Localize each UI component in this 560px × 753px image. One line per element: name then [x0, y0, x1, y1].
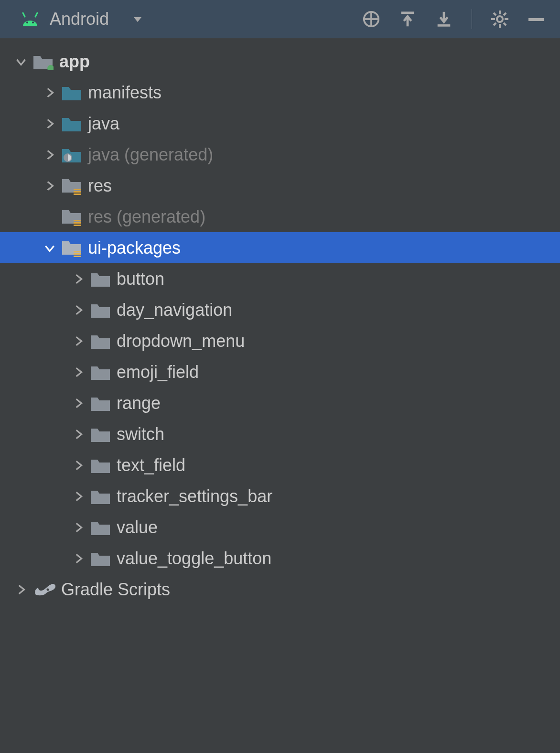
- svg-rect-20: [528, 18, 544, 21]
- hide-icon[interactable]: [527, 10, 546, 29]
- expand-all-icon[interactable]: [398, 10, 417, 29]
- tree-label: java: [88, 114, 119, 134]
- tree-label: tracker_settings_bar: [117, 486, 272, 506]
- svg-point-11: [497, 16, 503, 22]
- svg-line-17: [504, 23, 506, 25]
- view-title: Android: [50, 9, 109, 29]
- gear-icon[interactable]: [490, 10, 509, 29]
- folder-icon: [90, 426, 111, 443]
- toolbar-separator: [472, 9, 472, 29]
- folder-icon: [90, 457, 111, 474]
- chevron-right-icon[interactable]: [67, 428, 90, 441]
- tree-label: ui-packages: [88, 238, 181, 258]
- tree-node-gradle-scripts[interactable]: Gradle Scripts: [0, 574, 560, 605]
- svg-rect-23: [74, 189, 81, 190]
- svg-line-19: [504, 13, 506, 15]
- svg-point-3: [32, 22, 34, 23]
- tree-node-range[interactable]: range: [0, 387, 560, 419]
- tree-node-res[interactable]: res: [0, 170, 560, 201]
- chevron-right-icon[interactable]: [67, 366, 90, 378]
- chevron-right-icon[interactable]: [67, 335, 90, 347]
- generated-folder-icon: [61, 146, 82, 163]
- tree-label: switch: [117, 424, 164, 444]
- tree-node-switch[interactable]: switch: [0, 419, 560, 450]
- toolbar-actions: [362, 9, 546, 29]
- svg-line-0: [23, 13, 25, 17]
- chevron-right-icon[interactable]: [67, 273, 90, 285]
- svg-line-16: [494, 13, 496, 15]
- chevron-right-icon[interactable]: [67, 552, 90, 565]
- tree-node-dropdown-menu[interactable]: dropdown_menu: [0, 325, 560, 356]
- collapse-all-icon[interactable]: [434, 10, 453, 29]
- tree-label: dropdown_menu: [117, 331, 245, 351]
- chevron-right-icon[interactable]: [67, 397, 90, 409]
- chevron-right-icon[interactable]: [67, 459, 90, 472]
- svg-point-2: [26, 22, 28, 23]
- folder-icon: [90, 395, 111, 412]
- tree-label: manifests: [88, 83, 162, 103]
- tree-node-ui-packages[interactable]: ui-packages: [0, 232, 560, 263]
- svg-rect-24: [74, 191, 81, 193]
- view-selector[interactable]: Android: [19, 9, 362, 29]
- project-view-header: Android: [0, 0, 560, 38]
- svg-rect-28: [74, 225, 81, 226]
- tree-node-java-generated[interactable]: java (generated): [0, 139, 560, 170]
- folder-icon: [90, 270, 111, 288]
- folder-icon: [90, 333, 111, 350]
- project-tree[interactable]: app manifests java: [0, 38, 560, 605]
- tree-label: res: [88, 207, 112, 227]
- tree-node-day-navigation[interactable]: day_navigation: [0, 294, 560, 325]
- svg-rect-31: [74, 256, 81, 257]
- tree-node-res-generated[interactable]: res (generated): [0, 201, 560, 232]
- tree-label: java: [88, 145, 119, 165]
- tree-node-app[interactable]: app: [0, 46, 560, 77]
- tree-label: Gradle Scripts: [61, 580, 170, 600]
- folder-icon: [90, 519, 111, 536]
- tree-label: emoji_field: [117, 362, 199, 382]
- resource-folder-icon: [61, 239, 82, 257]
- svg-rect-27: [74, 222, 81, 224]
- tree-node-value[interactable]: value: [0, 512, 560, 543]
- tree-label: day_navigation: [117, 300, 232, 320]
- tree-node-value-toggle-button[interactable]: value_toggle_button: [0, 543, 560, 574]
- chevron-right-icon[interactable]: [38, 118, 61, 130]
- tree-label: text_field: [117, 455, 185, 475]
- tree-label: range: [117, 393, 161, 413]
- svg-rect-30: [74, 253, 81, 255]
- svg-rect-26: [74, 220, 81, 221]
- select-opened-file-icon[interactable]: [362, 10, 381, 29]
- folder-icon: [90, 488, 111, 505]
- svg-rect-29: [74, 251, 81, 252]
- folder-icon: [90, 301, 111, 319]
- chevron-right-icon[interactable]: [38, 149, 61, 161]
- tree-label-suffix: (generated): [124, 145, 213, 165]
- chevron-right-icon[interactable]: [10, 583, 32, 596]
- tree-node-manifests[interactable]: manifests: [0, 77, 560, 108]
- chevron-down-icon[interactable]: [10, 55, 32, 68]
- chevron-down-icon: [132, 13, 143, 25]
- tree-node-button[interactable]: button: [0, 263, 560, 294]
- tree-label: value_toggle_button: [117, 549, 271, 569]
- chevron-down-icon[interactable]: [38, 242, 61, 254]
- svg-point-32: [47, 588, 49, 591]
- folder-icon: [90, 550, 111, 567]
- tree-label-suffix: (generated): [117, 207, 205, 227]
- chevron-right-icon[interactable]: [67, 304, 90, 316]
- resource-folder-icon: [61, 208, 82, 226]
- svg-rect-25: [74, 194, 81, 195]
- chevron-right-icon[interactable]: [38, 86, 61, 99]
- chevron-right-icon[interactable]: [38, 180, 61, 192]
- chevron-right-icon[interactable]: [67, 521, 90, 534]
- gradle-icon: [32, 581, 56, 598]
- folder-icon: [90, 364, 111, 381]
- tree-node-tracker-settings-bar[interactable]: tracker_settings_bar: [0, 481, 560, 512]
- module-folder-icon: [32, 53, 54, 70]
- tree-node-emoji-field[interactable]: emoji_field: [0, 356, 560, 387]
- tree-node-text-field[interactable]: text_field: [0, 450, 560, 481]
- svg-line-1: [35, 13, 37, 17]
- chevron-right-icon[interactable]: [67, 490, 90, 503]
- tree-label: button: [117, 269, 164, 289]
- svg-line-18: [494, 23, 496, 25]
- tree-label: value: [117, 517, 158, 538]
- tree-node-java[interactable]: java: [0, 108, 560, 139]
